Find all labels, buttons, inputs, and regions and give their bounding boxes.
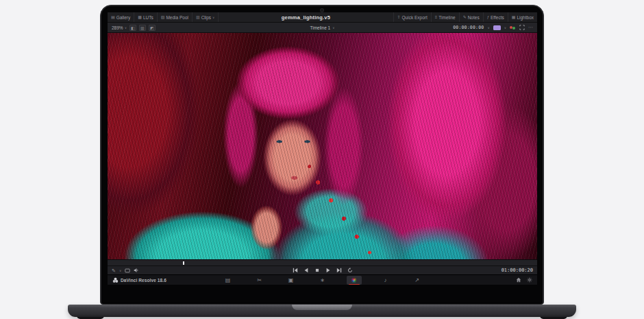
color-wheel-icon [351,278,356,283]
cut-page-tab[interactable]: ✂ [252,276,267,285]
macbook-screen-lid: ▤ Gallery ▩ LUTs ▧ Media Pool ▥ Clips [100,5,544,305]
viewer-zoom-value: 289% [112,25,123,30]
effects-button[interactable]: ƒ Effects [483,12,508,22]
lightbox-icon: ▦ [512,15,516,19]
timeline-scrubber[interactable] [108,259,537,265]
play-reverse-icon[interactable] [304,268,309,273]
split-screen-icon[interactable]: ▥ [139,25,146,31]
luts-label: LUTs [143,15,153,20]
graded-clip-image [108,33,537,259]
gallery-icon: ▤ [111,15,115,19]
loop-playback-icon[interactable] [347,268,353,273]
source-timecode: 00:00:00:00 [453,25,484,30]
lightbox-label: Lightbox [517,15,534,20]
color-flags-icon[interactable] [510,25,516,30]
marketing-stage: ▤ Gallery ▩ LUTs ▧ Media Pool ▥ Clips [0,0,644,319]
notes-label: Notes [468,15,480,20]
toolbar-right-group: ⇧ Quick Export ≡ Timeline ✎ Notes ƒ Effe… [393,12,537,22]
transport-bar: ✎ ∨ [108,265,537,274]
viewer-zoom-dropdown[interactable]: 289% ∨ [112,25,127,30]
timeline-icon: ≡ [435,15,438,19]
media-pool-icon: ▧ [161,15,165,19]
effects-icon: ƒ [487,15,489,19]
chevron-down-icon: ∨ [125,26,127,29]
chevron-down-icon: ∨ [212,16,214,19]
notes-icon: ✎ [463,15,467,19]
quick-export-button[interactable]: ⇧ Quick Export [393,12,431,22]
luts-button[interactable]: ▩ LUTs [134,12,157,22]
deliver-page-tab[interactable]: ↗ [410,276,425,285]
quick-export-icon: ⇧ [397,15,401,19]
media-pool-label: Media Pool [166,15,188,20]
media-pool-button[interactable]: ▧ Media Pool [158,12,193,22]
fusion-page-tab[interactable]: ∗ [315,276,330,285]
viewer-canvas[interactable] [108,33,537,259]
gallery-button[interactable]: ▤ Gallery [108,12,134,22]
more-options-icon[interactable]: ⋯ [528,25,533,30]
clips-button[interactable]: ▥ Clips ∨ [193,12,219,22]
timeline-label: Timeline [438,15,455,20]
gallery-label: Gallery [116,15,131,20]
timeline-button[interactable]: ≡ Timeline [431,12,459,22]
image-wipe-icon[interactable]: ◧ [129,25,136,31]
expand-viewer-icon[interactable] [519,25,525,30]
media-page-tab[interactable]: ▤ [221,276,236,285]
luts-icon: ▩ [138,15,142,19]
clips-icon: ▥ [196,15,200,19]
skip-to-end-icon[interactable] [336,268,342,273]
chevron-down-icon: ∨ [487,26,489,29]
viewer-right-cluster: 00:00:00:00 ∨ ∨ ⋯ [453,25,533,30]
notes-button[interactable]: ✎ Notes [459,12,483,22]
page-tabs: ▤ ✂ ▣ ∗ ♪ ↗ [108,276,537,285]
chevron-down-icon: ∨ [332,26,334,29]
highlight-icon[interactable]: ◩ [149,25,156,31]
color-page-tab[interactable] [347,276,362,285]
play-icon[interactable] [325,268,331,273]
viewer-options-bar: 289% ∨ ◧ ▥ ◩ Timeline 1 ∨ 00:00:00:00 ∨ … [108,23,537,33]
edit-page-tab[interactable]: ▣ [284,276,299,285]
lid-notch [292,305,352,310]
lightbox-button[interactable]: ▦ Lightbox [508,12,537,22]
fairlight-page-tab[interactable]: ♪ [378,276,393,285]
webcam-icon [321,9,323,12]
davinci-resolve-window: ▤ Gallery ▩ LUTs ▧ Media Pool ▥ Clips [108,12,537,285]
transport-controls [108,268,537,273]
quick-export-label: Quick Export [402,15,428,20]
skip-to-start-icon[interactable] [293,268,298,273]
title-area: gemma_lighting.v5 [219,12,393,22]
playhead[interactable] [183,261,184,265]
chevron-down-icon: ∨ [504,26,506,29]
clip-color-badge-icon[interactable] [493,25,501,30]
toolbar-left-group: ▤ Gallery ▩ LUTs ▧ Media Pool ▥ Clips [108,12,219,22]
stop-icon[interactable] [314,268,320,273]
project-title: gemma_lighting.v5 [282,14,330,21]
effects-label: Effects [491,15,504,20]
timeline-name: Timeline 1 [310,25,330,30]
macbook-base [68,305,576,317]
clips-label: Clips [201,15,211,20]
top-toolbar: ▤ Gallery ▩ LUTs ▧ Media Pool ▥ Clips [108,12,537,23]
page-navigation-bar: DaVinci Resolve 18.6 ▤ ✂ ▣ ∗ ♪ ↗ [108,274,537,285]
